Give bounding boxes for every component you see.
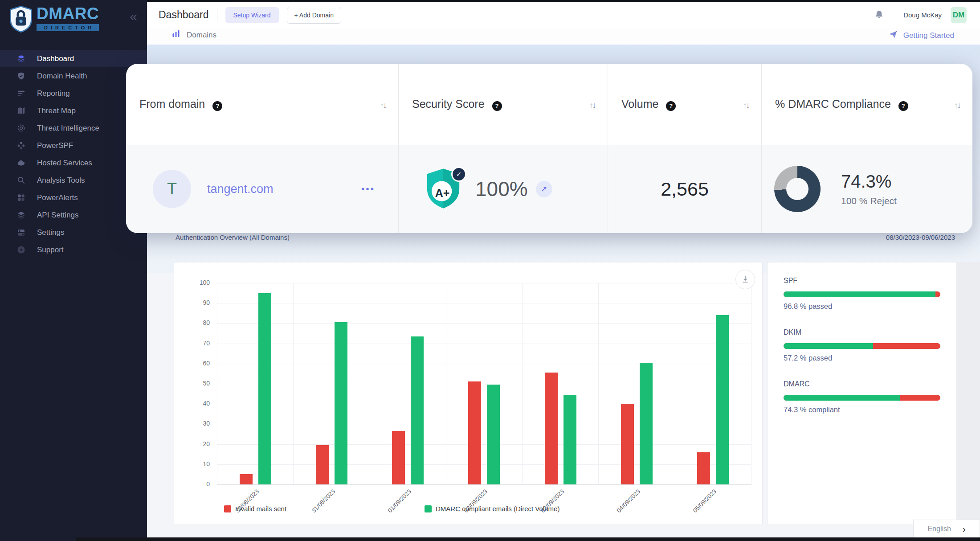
nodes-icon: [16, 141, 26, 150]
bar-dmarc-compliant-emails-direct-volume-: [716, 315, 729, 484]
row-menu-dots-icon[interactable]: •••: [361, 184, 375, 194]
column-header-from-domain[interactable]: From domain ?↑↓: [126, 64, 399, 145]
notification-bell-icon[interactable]: [874, 9, 885, 20]
user-name[interactable]: Doug McKay: [903, 11, 942, 19]
report-lines-icon: [16, 89, 26, 98]
bar-dmarc-compliant-emails-direct-volume-: [258, 293, 271, 484]
sidebar-item-powerspf[interactable]: PowerSPF›: [0, 137, 147, 154]
paper-plane-icon: [888, 29, 898, 42]
sidebar-item-threat-intelligence[interactable]: Threat Intelligence›: [0, 119, 147, 137]
column-header-security-score[interactable]: Security Score ?↑↓: [399, 64, 608, 145]
legend-item-dmarc-compliant-emails-direct-volume-[interactable]: DMARC compliant emails (Direct Volume): [425, 505, 559, 512]
sidebar-collapse-icon[interactable]: «: [130, 10, 137, 23]
compliance-cell: 74.3% 100 % Reject: [762, 145, 972, 233]
logo-title: DMARC: [37, 5, 99, 23]
page-gutter: [957, 262, 980, 541]
column-header--dmarc-compliance[interactable]: % DMARC Compliance ?↑↓: [762, 64, 972, 145]
compliance-percent: 74.3%: [841, 172, 897, 192]
domains-panel-header: [147, 28, 980, 45]
sidebar-item-api-settings[interactable]: API Settings›: [0, 206, 147, 224]
kpi-progress-fill: [784, 291, 935, 297]
sidebar-nav: Dashboard›Domain Health›Reporting›Threat…: [0, 50, 147, 258]
language-label: English: [927, 525, 951, 533]
chevron-right-icon: ›: [963, 524, 966, 534]
domain-table-header: From domain ?↑↓Security Score ?↑↓Volume …: [126, 64, 972, 145]
y-axis-tick: 70: [191, 340, 210, 347]
grid-icon: [16, 193, 26, 202]
user-avatar[interactable]: DM: [951, 7, 967, 23]
bar-dmarc-compliant-emails-direct-volume-: [640, 363, 653, 484]
dmarc-dashboard-screen: DMARC DIRECTOR « Dashboard›Domain Health…: [0, 0, 980, 541]
auth-kpi-dkim: DKIM57.2 % passed: [784, 328, 940, 362]
target-icon: [16, 124, 26, 132]
legend-item-invalid-mails-sent[interactable]: Invalid mails sent: [224, 505, 286, 512]
y-axis-tick: 100: [191, 279, 210, 286]
bar-invalid-mails-sent: [316, 445, 329, 484]
sidebar-item-hosted-services[interactable]: Hosted Services›: [0, 154, 147, 172]
auth-overview-date-range[interactable]: 08/30/2023-09/06/2023: [886, 234, 955, 241]
app-logo: DMARC DIRECTOR «: [0, 0, 147, 37]
bar-invalid-mails-sent: [697, 452, 710, 484]
getting-started-link[interactable]: Getting Started: [888, 29, 954, 42]
kpi-progress-fill: [784, 343, 873, 349]
sidebar-item-poweralerts[interactable]: PowerAlerts›: [0, 189, 147, 206]
sidebar-item-support[interactable]: Support›: [0, 241, 147, 258]
y-axis-tick: 60: [191, 360, 210, 367]
help-icon[interactable]: ?: [666, 101, 676, 111]
auth-results-panel: SPF96.8 % passedDKIM57.2 % passedDMARC74…: [767, 262, 957, 525]
domain-link[interactable]: tangent.com: [207, 182, 274, 196]
volume-cell: 2,565: [608, 145, 762, 233]
help-icon[interactable]: ?: [898, 101, 908, 111]
layers-icon: [16, 54, 26, 63]
kpi-caption: 96.8 % passed: [784, 302, 940, 311]
column-label: From domain ?: [139, 98, 222, 111]
security-grade: A+: [432, 187, 453, 200]
legend-label: Invalid mails sent: [235, 505, 286, 512]
security-score-cell: A+ ✓ 100% ↗: [399, 145, 608, 233]
sidebar-item-domain-health[interactable]: Domain Health›: [0, 67, 147, 85]
y-axis-tick: 10: [191, 460, 210, 467]
topbar-divider: [217, 9, 217, 21]
setup-wizard-button[interactable]: Setup Wizard: [225, 7, 279, 23]
add-domain-button[interactable]: + Add Domain: [287, 7, 341, 24]
sidebar-item-threat-map[interactable]: Threat Map›: [0, 102, 147, 119]
y-axis-tick: 20: [191, 440, 210, 447]
logo-subtitle: DIRECTOR: [37, 24, 99, 31]
compliance-donut-chart: [774, 166, 821, 212]
sidebar-item-dashboard[interactable]: Dashboard›: [0, 50, 147, 67]
sidebar: DMARC DIRECTOR « Dashboard›Domain Health…: [0, 0, 147, 541]
shield-lock-logo-icon: [9, 5, 33, 35]
sidebar-item-settings[interactable]: Settings›: [0, 224, 147, 241]
layers-icon: [16, 211, 26, 219]
reject-label: 100 % Reject: [841, 196, 897, 206]
help-icon[interactable]: ?: [492, 101, 502, 111]
legend-swatch-icon: [425, 505, 432, 512]
sidebar-item-label: Analysis Tools: [37, 176, 85, 185]
column-header-volume[interactable]: Volume ?↑↓: [608, 64, 762, 145]
sort-icon[interactable]: ↑↓: [589, 101, 595, 111]
sort-icon[interactable]: ↑↓: [954, 101, 960, 111]
bar-dmarc-compliant-emails-direct-volume-: [564, 395, 576, 484]
kpi-caption: 57.2 % passed: [784, 354, 940, 362]
y-axis-tick: 40: [191, 400, 210, 407]
bar-group-01-09-2023: 01/09/2023: [370, 283, 446, 484]
bar-dmarc-compliant-emails-direct-volume-: [411, 336, 424, 484]
chart-legend: Invalid mails sentDMARC compliant emails…: [174, 505, 762, 515]
download-chart-button[interactable]: [735, 270, 755, 289]
language-selector[interactable]: English ›: [913, 520, 980, 538]
map-icon: [16, 107, 26, 115]
sidebar-item-label: PowerAlerts: [37, 193, 78, 202]
help-icon[interactable]: ?: [212, 101, 222, 111]
sort-icon[interactable]: ↑↓: [380, 101, 386, 111]
sidebar-item-reporting[interactable]: Reporting›: [0, 85, 147, 102]
column-label: Security Score ?: [412, 98, 502, 111]
trend-up-icon[interactable]: ↗: [536, 181, 552, 197]
sidebar-item-label: Threat Intelligence: [37, 124, 99, 133]
kpi-progress-bar: [784, 291, 940, 297]
domain-table-row[interactable]: T tangent.com ••• A+ ✓ 100% ↗ 2,565: [126, 145, 972, 233]
sort-icon[interactable]: ↑↓: [743, 101, 749, 111]
bar-invalid-mails-sent: [468, 381, 481, 484]
sidebar-item-label: Dashboard: [37, 54, 74, 63]
sidebar-item-analysis-tools[interactable]: Analysis Tools›: [0, 172, 147, 189]
legend-label: DMARC compliant emails (Direct Volume): [436, 505, 559, 512]
